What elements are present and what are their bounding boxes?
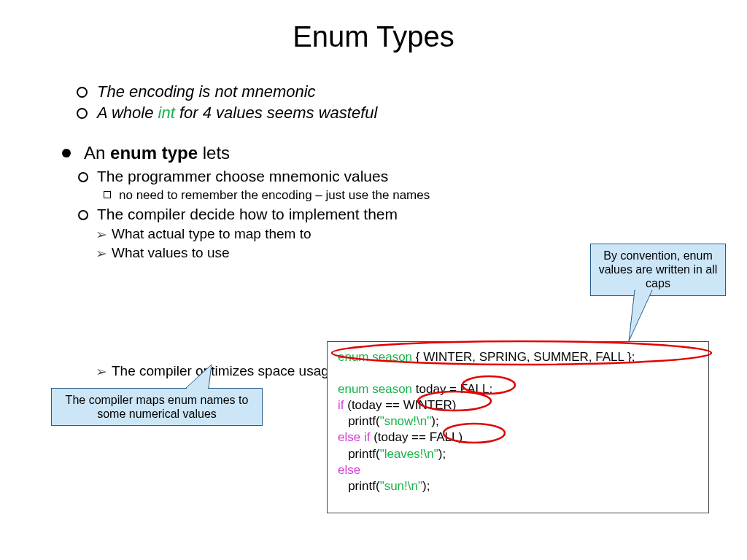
code-text: ); (438, 447, 446, 461)
bullet-italic-2: A whole int for 4 values seems wasteful (69, 104, 718, 122)
bold-term: enum type (110, 143, 198, 163)
code-kw-else: else (338, 463, 360, 477)
code-kw: enum season (338, 382, 412, 396)
keyword-int: int (158, 104, 175, 122)
callout-convention: By convention, enum values are written i… (590, 244, 726, 296)
bullet-italic-1: The encoding is not mnemonic (69, 82, 718, 101)
code-string: "leaves!\n" (380, 447, 438, 461)
slide: Enum Types The encoding is not mnemonic … (0, 20, 747, 560)
code-text: printf( (338, 447, 380, 461)
code-text: (today == FALL) (370, 430, 462, 444)
text-fragment: A whole (97, 104, 158, 122)
code-text: printf( (338, 479, 380, 493)
slide-body: The encoding is not mnemonic A whole int… (69, 82, 718, 379)
arrow-bullet-1: What actual type to map them to (69, 226, 718, 242)
code-text: ); (422, 479, 430, 493)
code-text: (today == WINTER) (344, 398, 457, 412)
code-kw: enum season (338, 350, 412, 364)
code-kw-if: if (338, 398, 344, 412)
callout-compiler: The compiler maps enum names to some num… (51, 388, 263, 426)
code-string: "snow!\n" (380, 414, 432, 428)
code-text: { WINTER, SPRING, SUMMER, FALL }; (412, 350, 635, 364)
text-fragment: lets (198, 143, 230, 163)
code-text: ); (431, 414, 438, 428)
code-kw-elseif: else if (338, 430, 370, 444)
sub-bullet-1: The programmer choose mnemonic values (69, 168, 718, 185)
code-string: "sun!\n" (380, 479, 422, 493)
code-text: today = FALL; (412, 382, 492, 396)
text-fragment: for 4 values seems wasteful (175, 104, 378, 122)
sub-sub-bullet-1: no need to remember the encoding – just … (69, 188, 718, 203)
text-fragment: An (84, 143, 110, 163)
bullet-main: An enum type lets (62, 143, 718, 163)
code-text: printf( (338, 414, 380, 428)
sub-bullet-2: The compiler decide how to implement the… (69, 206, 718, 223)
code-box: enum season { WINTER, SPRING, SUMMER, FA… (327, 341, 709, 513)
slide-title: Enum Types (0, 20, 747, 53)
